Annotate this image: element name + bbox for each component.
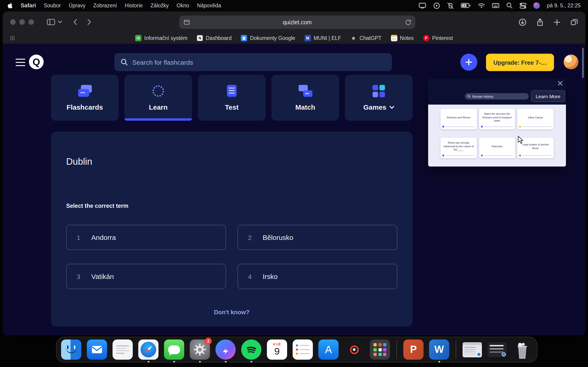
camera-app-dock-icon[interactable] bbox=[344, 340, 364, 360]
frequently-visited-grid-icon[interactable] bbox=[10, 36, 15, 40]
input-source-icon[interactable] bbox=[492, 3, 500, 8]
powerpoint-dock-icon[interactable]: P bbox=[403, 340, 424, 360]
spotlight-icon[interactable] bbox=[506, 2, 513, 9]
bookmark-item[interactable]: N Dashboard bbox=[197, 35, 232, 41]
address-bar[interactable]: quizlet.com bbox=[179, 16, 415, 29]
learn-more-button[interactable]: Learn More bbox=[531, 90, 565, 102]
finder-dock-icon[interactable] bbox=[61, 340, 81, 360]
mode-label: Test bbox=[225, 103, 238, 111]
new-tab-icon[interactable] bbox=[553, 19, 561, 25]
bookmark-label: Notes bbox=[400, 35, 414, 41]
mode-label: Learn bbox=[149, 103, 168, 111]
minimized-window-thumbnail[interactable] bbox=[463, 342, 482, 357]
promo-card-text: Legal system of ancient Rome bbox=[519, 139, 552, 154]
messages-dock-icon[interactable] bbox=[164, 340, 184, 360]
search-input[interactable] bbox=[132, 58, 385, 66]
tab-games[interactable]: Games bbox=[345, 75, 413, 121]
promo-flashcard: Legal system of ancient Rome bbox=[518, 138, 553, 158]
tab-match[interactable]: Match bbox=[271, 75, 339, 121]
flashcards-search-bar[interactable] bbox=[114, 53, 392, 71]
close-window-button[interactable] bbox=[10, 19, 16, 25]
share-icon[interactable] bbox=[536, 18, 544, 26]
spotify-dock-icon[interactable] bbox=[241, 340, 261, 360]
battery-icon[interactable] bbox=[461, 3, 471, 8]
calendar-dock-icon[interactable]: KVĚ 9 bbox=[267, 340, 287, 360]
siri-icon[interactable] bbox=[534, 2, 540, 9]
page-scrollbar[interactable] bbox=[582, 48, 584, 78]
menu-zobrazeni[interactable]: Zobrazení bbox=[93, 3, 117, 8]
menu-okno[interactable]: Okno bbox=[177, 3, 189, 8]
create-button[interactable] bbox=[460, 54, 477, 71]
tab-overview-icon[interactable] bbox=[571, 18, 578, 26]
pinterest-favicon: P bbox=[423, 35, 429, 41]
upgrade-button[interactable]: Upgrade: Free 7-… bbox=[486, 54, 554, 71]
dock: 2 KVĚ 9 A P W bbox=[56, 337, 537, 362]
answer-option-1[interactable]: 1 Andorra bbox=[66, 225, 226, 250]
sidebar-toggle-icon[interactable] bbox=[47, 19, 55, 25]
app-badge bbox=[477, 352, 481, 356]
set-avatar-dot bbox=[519, 126, 521, 127]
control-center-icon[interactable] bbox=[520, 2, 527, 8]
study-mode-tabs: Flashcards Learn Test Match Gam bbox=[51, 75, 413, 121]
answer-option-3[interactable]: 3 Vatikán bbox=[66, 264, 226, 289]
bookmark-item[interactable]: Dokumenty Google bbox=[241, 35, 295, 41]
promo-card-text: Julius Caesar bbox=[519, 110, 552, 125]
promo-flashcard: Patricians bbox=[479, 138, 515, 158]
option-label: Bělorusko bbox=[263, 234, 293, 241]
downloads-icon[interactable] bbox=[519, 18, 527, 26]
safari-dock-icon[interactable] bbox=[138, 340, 158, 360]
back-button[interactable] bbox=[73, 19, 77, 25]
forward-button[interactable] bbox=[87, 19, 91, 25]
menu-historie[interactable]: Historie bbox=[125, 3, 143, 8]
quizlet-logo[interactable]: Q bbox=[29, 55, 44, 69]
muni-favicon: M bbox=[304, 35, 311, 41]
hamburger-menu-icon[interactable] bbox=[16, 59, 25, 66]
bookmark-item[interactable]: M MUNI | ELF bbox=[304, 35, 341, 41]
trash-dock-icon[interactable] bbox=[512, 340, 532, 360]
tab-group-chevron-icon[interactable] bbox=[58, 21, 62, 23]
minimized-window-thumbnail[interactable] bbox=[487, 342, 507, 357]
question-term: Dublin bbox=[66, 156, 92, 167]
zoom-window-button[interactable] bbox=[28, 19, 34, 25]
tab-flashcards[interactable]: Flashcards bbox=[51, 75, 119, 121]
apple-menu-icon[interactable] bbox=[7, 2, 13, 9]
reload-icon[interactable] bbox=[405, 19, 411, 25]
system-settings-dock-icon[interactable]: 2 bbox=[190, 340, 210, 360]
menu-zalozky[interactable]: Záložky bbox=[150, 3, 169, 8]
games-icon bbox=[372, 84, 385, 97]
word-dock-icon[interactable]: W bbox=[429, 340, 449, 360]
reminders-dock-icon[interactable] bbox=[293, 340, 313, 360]
close-icon[interactable] bbox=[558, 81, 563, 86]
bookmark-item[interactable]: iS Informační systém bbox=[135, 35, 187, 41]
launchpad-dock-icon[interactable] bbox=[370, 340, 390, 360]
set-avatar-dot bbox=[481, 155, 483, 156]
menu-soubor[interactable]: Soubor bbox=[44, 3, 61, 8]
answer-option-4[interactable]: 4 Irsko bbox=[237, 264, 397, 289]
tab-test[interactable]: Test bbox=[198, 75, 266, 121]
answer-options: 1 Andorra 2 Bělorusko 3 Vatikán 4 Irsko bbox=[66, 225, 397, 289]
menu-bar-clock[interactable]: pá 9. 5., 22:25 bbox=[547, 3, 581, 8]
now-playing-icon[interactable] bbox=[433, 2, 440, 9]
bookmark-item[interactable]: P Pinterest bbox=[423, 35, 453, 41]
plus-icon bbox=[465, 59, 472, 66]
progress-bar bbox=[445, 126, 475, 127]
user-avatar[interactable] bbox=[564, 55, 578, 69]
page-settings-icon[interactable] bbox=[184, 20, 190, 25]
mirroring-off-icon[interactable] bbox=[447, 2, 454, 9]
minimize-window-button[interactable] bbox=[19, 19, 25, 25]
bookmarks-bar: iS Informační systém N Dashboard Dokumen… bbox=[3, 33, 585, 44]
menu-app-name[interactable]: Safari bbox=[21, 2, 36, 9]
textedit-dock-icon[interactable] bbox=[112, 340, 133, 360]
bookmark-item[interactable]: ChatGPT bbox=[350, 35, 381, 41]
answer-option-2[interactable]: 2 Bělorusko bbox=[237, 225, 397, 250]
messenger-dock-icon[interactable] bbox=[216, 340, 236, 360]
menu-napoveda[interactable]: Nápověda bbox=[197, 3, 221, 8]
display-status-icon[interactable] bbox=[419, 2, 426, 9]
app-store-dock-icon[interactable]: A bbox=[318, 340, 338, 360]
mail-dock-icon[interactable] bbox=[87, 340, 107, 360]
menu-upravy[interactable]: Úpravy bbox=[69, 3, 86, 8]
wifi-icon[interactable] bbox=[478, 3, 485, 8]
tab-learn[interactable]: Learn bbox=[124, 75, 192, 121]
dont-know-link[interactable]: Don't know? bbox=[51, 309, 413, 316]
bookmark-item[interactable]: Notes bbox=[391, 35, 414, 41]
